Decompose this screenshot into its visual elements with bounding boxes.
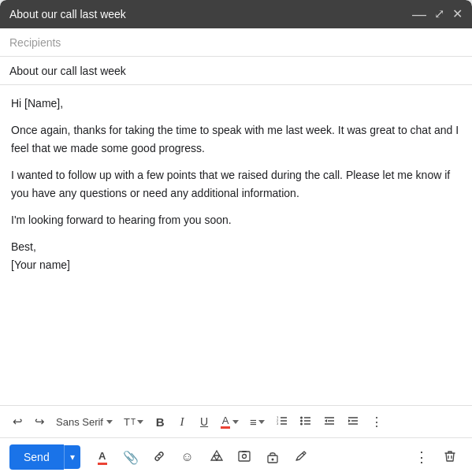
emoji-button[interactable]: ☺	[175, 444, 200, 470]
bottom-bar: Send ▾ A 📎	[0, 437, 472, 476]
formatting-button[interactable]: A	[90, 444, 115, 470]
drive-icon	[209, 449, 223, 466]
undo-icon: ↩	[13, 415, 23, 429]
redo-icon: ↪	[35, 415, 45, 429]
underline-button[interactable]: U	[195, 411, 214, 433]
close-button[interactable]: ✕	[452, 8, 463, 20]
svg-point-9	[300, 416, 303, 418]
pencil-icon	[294, 449, 308, 466]
numbered-list-button[interactable]: 1 2 3	[272, 411, 292, 433]
subject-value: About our call last week	[9, 65, 126, 77]
undo-button[interactable]: ↩	[8, 411, 27, 433]
confidential-button[interactable]	[260, 444, 285, 470]
svg-text:3: 3	[277, 422, 279, 426]
photo-icon	[237, 449, 251, 466]
svg-point-21	[242, 454, 246, 458]
bold-icon: B	[156, 415, 165, 429]
font-dropdown-icon	[106, 420, 113, 424]
bold-button[interactable]: B	[151, 411, 169, 433]
expand-button[interactable]: ⤢	[434, 8, 444, 20]
lock-icon	[266, 449, 280, 466]
svg-marker-15	[325, 419, 327, 422]
bottom-actions: A 📎 ☺	[90, 444, 314, 470]
text-format-button[interactable]: TT	[120, 411, 147, 433]
send-button-group: Send ▾	[9, 444, 80, 470]
svg-point-11	[300, 422, 303, 425]
bullet-list-icon	[299, 415, 312, 430]
svg-point-10	[300, 419, 303, 422]
decrease-indent-button[interactable]	[319, 411, 340, 433]
body-paragraph3: I'm looking forward to hearing from you …	[11, 211, 461, 229]
link-button[interactable]	[147, 444, 172, 470]
emoji-icon: ☺	[181, 450, 194, 464]
recipients-row[interactable]: Recipients	[0, 28, 472, 57]
link-icon	[152, 449, 166, 466]
body-closing: Best, [Your name]	[11, 238, 461, 273]
send-dropdown-icon: ▾	[70, 452, 75, 463]
svg-marker-19	[348, 419, 351, 422]
redo-button[interactable]: ↪	[30, 411, 49, 433]
window-controls: — ⤢ ✕	[412, 7, 463, 21]
svg-rect-20	[239, 452, 250, 461]
photo-button[interactable]	[232, 444, 257, 470]
email-body[interactable]: Hi [Name], Once again, thanks for taking…	[0, 85, 472, 405]
more-toolbar-button[interactable]: ⋮	[366, 411, 387, 433]
body-paragraph1: Once again, thanks for taking the time t…	[11, 121, 461, 157]
text-format-icon: TT	[124, 416, 143, 428]
font-selector[interactable]: Sans Serif	[52, 413, 117, 431]
increase-indent-button[interactable]	[343, 411, 363, 433]
recipients-placeholder: Recipients	[9, 36, 61, 49]
trash-icon	[443, 449, 457, 466]
bullet-list-button[interactable]	[295, 411, 316, 433]
subject-row[interactable]: About our call last week	[0, 57, 472, 85]
signature-button[interactable]	[288, 444, 314, 470]
svg-point-24	[271, 458, 273, 460]
more-options-icon: ⋮	[414, 448, 429, 466]
svg-line-25	[303, 453, 304, 455]
align-button[interactable]: ≡	[246, 411, 269, 433]
send-button[interactable]: Send	[9, 444, 64, 470]
more-toolbar-icon: ⋮	[370, 415, 383, 430]
text-color-icon: A	[221, 415, 230, 429]
increase-indent-icon	[347, 415, 359, 430]
body-paragraph2: I wanted to follow up with a few points …	[11, 166, 461, 202]
send-dropdown-button[interactable]: ▾	[64, 445, 80, 469]
title-bar: About our call last week — ⤢ ✕	[0, 0, 472, 28]
compose-window: About our call last week — ⤢ ✕ Recipient…	[0, 0, 472, 476]
more-options-button[interactable]: ⋮	[409, 444, 434, 470]
numbered-list-icon: 1 2 3	[276, 415, 288, 430]
text-color-button[interactable]: A	[217, 411, 243, 433]
window-title: About our call last week	[9, 8, 126, 20]
underline-icon: U	[200, 415, 208, 428]
svg-rect-22	[242, 451, 247, 452]
align-dropdown-icon	[258, 420, 265, 424]
italic-icon: I	[180, 415, 184, 429]
discard-button[interactable]	[437, 444, 463, 470]
text-color-dropdown-icon	[232, 420, 239, 424]
bottom-right: ⋮	[409, 444, 463, 470]
body-greeting: Hi [Name],	[11, 95, 461, 112]
align-icon: ≡	[250, 415, 257, 429]
font-name-label: Sans Serif	[56, 416, 103, 428]
formatting-icon: A	[98, 450, 107, 465]
drive-button[interactable]	[203, 444, 229, 470]
text-format-dropdown-icon	[137, 420, 143, 424]
formatting-toolbar: ↩ ↪ Sans Serif TT B I U	[0, 405, 472, 437]
attach-button[interactable]: 📎	[118, 444, 143, 470]
italic-button[interactable]: I	[173, 411, 191, 433]
minimize-button[interactable]: —	[412, 7, 426, 21]
decrease-indent-icon	[323, 415, 336, 430]
attach-icon: 📎	[123, 450, 139, 465]
